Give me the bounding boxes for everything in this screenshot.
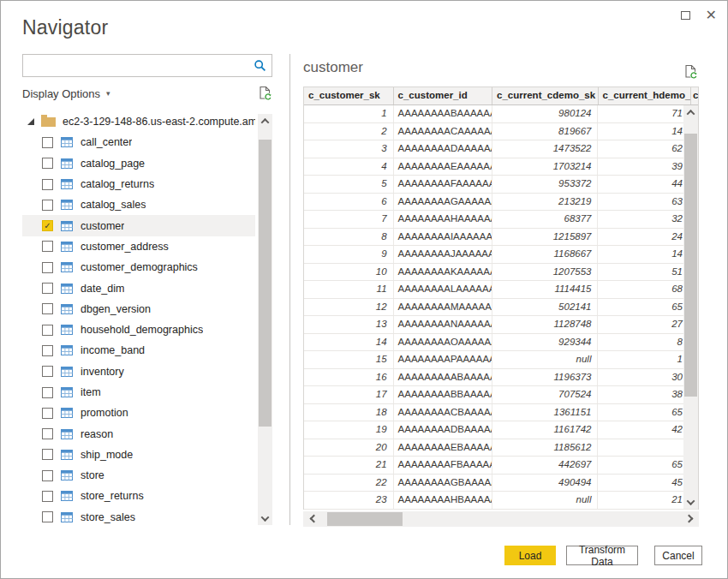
sidebar-table-item[interactable]: ✓ inventory [22, 361, 255, 382]
sidebar-table-item[interactable]: ✓ household_demographics [22, 319, 255, 340]
sidebar-table-item[interactable]: ✓ catalog_page [22, 153, 255, 174]
table-cell: AAAAAAAAPAAAAAAA [394, 351, 492, 368]
table-checkbox[interactable]: ✓ [42, 408, 53, 419]
table-grid-icon [61, 408, 73, 418]
table-cell: AAAAAAAAKAAAAAAA [394, 264, 492, 281]
table-checkbox[interactable]: ✓ [42, 220, 53, 231]
refresh-document-icon[interactable] [258, 86, 272, 101]
table-checkbox[interactable]: ✓ [42, 262, 53, 273]
table-cell: 10 [304, 264, 394, 281]
grid-vertical-scrollbar[interactable] [683, 105, 698, 509]
sidebar-table-item[interactable]: ✓ customer [22, 215, 255, 236]
scroll-up-icon[interactable] [258, 114, 272, 128]
table-cell: 707524 [492, 386, 598, 403]
sidebar-table-item[interactable]: ✓ store [22, 465, 255, 486]
tables-tree: ec2-3-129-148-86.us-east-2.compute.amaz.… [22, 111, 272, 528]
sidebar-table-item[interactable]: ✓ dbgen_version [22, 299, 255, 319]
table-checkbox[interactable]: ✓ [42, 345, 53, 356]
table-grid-icon [61, 242, 73, 252]
scroll-up-icon[interactable] [683, 105, 698, 119]
table-row: 16AAAAAAAAABAAAAAA119637330 [304, 369, 698, 387]
table-cell: 1207553 [492, 264, 598, 281]
table-checkbox[interactable]: ✓ [42, 470, 53, 481]
refresh-preview-icon[interactable] [683, 64, 698, 80]
column-header[interactable]: c_customer_sk [304, 87, 394, 104]
table-checkbox[interactable]: ✓ [42, 511, 53, 522]
table-grid-icon [61, 345, 73, 355]
sidebar-table-item[interactable]: ✓ reason [22, 423, 255, 444]
table-cell: 1168667 [492, 246, 598, 263]
sidebar-table-item[interactable]: ✓ customer_demographics [22, 257, 255, 278]
column-header[interactable]: c_current_cdemo_sk [492, 87, 598, 104]
table-checkbox[interactable]: ✓ [42, 491, 53, 502]
tree-root-server[interactable]: ec2-3-129-148-86.us-east-2.compute.amaz.… [22, 111, 255, 132]
sidebar-table-item[interactable]: ✓ store_returns [22, 486, 255, 506]
grid-hscroll-thumb[interactable] [327, 512, 403, 526]
navigator-dialog: Navigator ✕ Display Options ▾ [0, 0, 728, 579]
scroll-down-icon[interactable] [683, 495, 698, 509]
table-cell: AAAAAAAANAAAAAAA [394, 316, 492, 333]
table-cell: AAAAAAAABAAAAAAA [394, 105, 492, 122]
cancel-button[interactable]: Cancel [654, 546, 702, 565]
table-checkbox[interactable]: ✓ [42, 428, 53, 439]
grid-vscroll-thumb[interactable] [684, 134, 697, 397]
table-cell: 1185612 [492, 439, 598, 457]
table-cell: 23 [304, 492, 394, 509]
table-checkbox[interactable]: ✓ [42, 387, 53, 398]
table-cell: 1361151 [492, 404, 598, 421]
close-icon[interactable]: ✕ [706, 9, 717, 21]
table-row: 2AAAAAAAACAAAAAAA81966714 [304, 123, 698, 141]
table-name-label: catalog_page [81, 158, 145, 170]
panel-divider [289, 54, 290, 525]
sidebar-table-item[interactable]: ✓ item [22, 382, 255, 403]
sidebar-table-item[interactable]: ✓ customer_address [22, 236, 255, 257]
column-header[interactable]: c_customer_id [394, 87, 493, 104]
table-checkbox[interactable]: ✓ [42, 158, 53, 169]
transform-data-button[interactable]: Transform Data [566, 546, 638, 565]
table-checkbox[interactable]: ✓ [42, 137, 53, 148]
table-checkbox[interactable]: ✓ [42, 366, 53, 377]
table-checkbox[interactable]: ✓ [42, 283, 53, 294]
table-grid-icon [61, 325, 73, 335]
sidebar-table-item[interactable]: ✓ catalog_returns [22, 174, 255, 194]
table-name-label: household_demographics [81, 324, 203, 336]
search-input[interactable] [23, 55, 272, 76]
scroll-right-icon[interactable] [680, 511, 697, 527]
load-button[interactable]: Load [504, 546, 556, 565]
scroll-down-icon[interactable] [258, 511, 272, 525]
scroll-left-icon[interactable] [305, 511, 322, 527]
table-cell: 9 [304, 246, 394, 263]
table-row: 21AAAAAAAAFBAAAAAA44269765 [304, 457, 698, 475]
table-checkbox[interactable]: ✓ [42, 241, 53, 252]
sidebar-table-item[interactable]: ✓ ship_mode [22, 445, 255, 465]
display-options-label: Display Options [22, 87, 100, 100]
table-checkbox[interactable]: ✓ [42, 200, 53, 211]
maximize-icon[interactable] [681, 8, 690, 23]
table-name-label: customer [81, 220, 124, 232]
sidebar-table-item[interactable]: ✓ promotion [22, 403, 255, 423]
table-checkbox[interactable]: ✓ [42, 449, 53, 460]
table-checkbox[interactable]: ✓ [42, 179, 53, 190]
sidebar-table-item[interactable]: ✓ catalog_sales [22, 194, 255, 215]
table-checkbox[interactable]: ✓ [42, 303, 53, 314]
column-header[interactable]: c_current_hdemo_sk [599, 87, 692, 104]
table-grid-icon [61, 491, 73, 501]
table-name-label: reason [81, 428, 113, 440]
server-label: ec2-3-129-148-86.us-east-2.compute.amaz.… [63, 116, 255, 128]
tree-scrollbar[interactable] [258, 114, 272, 525]
expand-triangle-icon[interactable] [27, 118, 34, 125]
tree-scrollbar-thumb[interactable] [259, 140, 272, 427]
search-icon[interactable] [254, 59, 267, 73]
grid-horizontal-scrollbar[interactable] [303, 511, 699, 527]
table-cell: AAAAAAAAEAAAAAAA [394, 158, 492, 176]
table-checkbox[interactable]: ✓ [42, 325, 53, 336]
table-cell: 1161742 [492, 421, 598, 439]
sidebar-table-item[interactable]: ✓ store_sales [22, 507, 255, 528]
display-options-dropdown[interactable]: Display Options ▾ [22, 87, 110, 100]
table-cell: AAAAAAAAABAAAAAA [394, 369, 492, 386]
table-grid-icon [61, 512, 73, 522]
table-cell: AAAAAAAAFAAAAAAA [394, 176, 492, 193]
sidebar-table-item[interactable]: ✓ income_band [22, 340, 255, 361]
sidebar-table-item[interactable]: ✓ date_dim [22, 278, 255, 298]
sidebar-table-item[interactable]: ✓ call_center [22, 132, 255, 152]
